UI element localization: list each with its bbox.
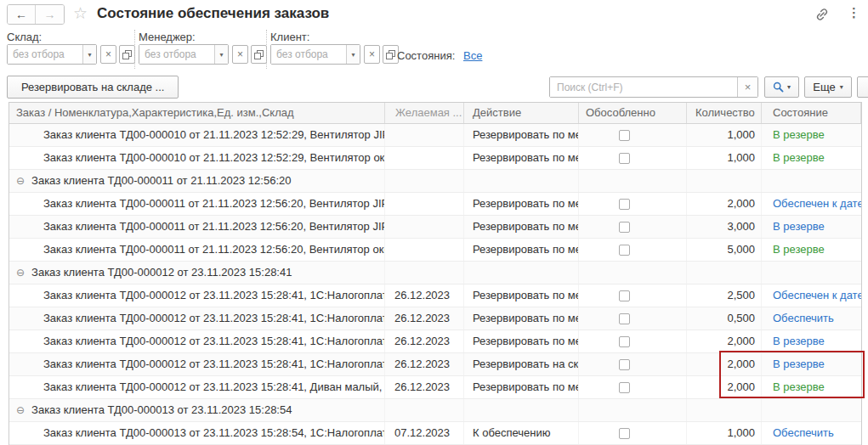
desired-date-cell: 07.12.2023 xyxy=(385,422,464,444)
desired-date-cell xyxy=(385,262,464,284)
status-cell xyxy=(762,170,861,192)
warehouse-field[interactable] xyxy=(8,45,82,64)
column-header-name[interactable]: Заказ / Номенклатура,Характеристика,Ед. … xyxy=(9,103,385,123)
warehouse-choose-button[interactable] xyxy=(119,45,135,64)
desired-date-cell xyxy=(385,124,464,146)
status-cell: В резерве xyxy=(762,124,861,146)
status-cell: В резерве xyxy=(762,216,861,238)
back-button[interactable]: ← xyxy=(8,5,36,24)
desired-date-cell xyxy=(385,170,464,192)
manager-field[interactable] xyxy=(139,45,214,64)
client-clear-button[interactable]: × xyxy=(364,45,380,64)
manager-choose-button[interactable] xyxy=(251,45,267,64)
chevron-down-icon: ▾ xyxy=(787,83,791,91)
desired-date-cell xyxy=(385,239,464,261)
collapse-icon[interactable]: ⊖ xyxy=(16,176,25,186)
table-row[interactable]: ⊖ Заказ клиента ТД00-000012 от 23.11.202… xyxy=(9,330,861,353)
quantity-cell: 2,000 xyxy=(687,330,762,352)
reserve-on-warehouse-button[interactable]: Резервировать на складе ... xyxy=(7,76,179,99)
warehouse-clear-button[interactable]: × xyxy=(100,45,116,64)
collapse-icon[interactable]: ⊖ xyxy=(16,405,25,415)
search-box: × xyxy=(549,76,758,98)
help-button-partial[interactable] xyxy=(857,76,868,98)
column-header-quantity[interactable]: Количество xyxy=(687,103,762,123)
manager-input: ▾ xyxy=(139,44,229,65)
status-cell: В резерве xyxy=(762,330,861,352)
column-header-desired-date[interactable]: Желаемая ... xyxy=(385,103,464,123)
separate-cell xyxy=(579,399,687,421)
table-row[interactable]: ⊖ Заказ клиента ТД00-000013 от 23.11.202… xyxy=(9,399,861,422)
table-row[interactable]: ⊖ Заказ клиента ТД00-000012 от 23.11.202… xyxy=(9,284,861,307)
chevron-down-icon[interactable]: ▾ xyxy=(82,45,96,64)
table-row[interactable]: ⊖ Заказ клиента ТД00-000011 от 21.11.202… xyxy=(9,216,861,239)
separate-checkbox[interactable] xyxy=(619,222,630,233)
search-button[interactable]: ▾ xyxy=(764,76,799,98)
status-cell: В резерве xyxy=(762,376,861,398)
chevron-down-icon[interactable]: ▾ xyxy=(346,45,360,64)
action-cell: Резервировать по мере п... xyxy=(464,216,579,238)
status-cell: Обеспечен к дате xyxy=(762,193,861,215)
get-link-icon[interactable] xyxy=(814,7,830,22)
choose-icon xyxy=(254,50,264,59)
search-input[interactable] xyxy=(550,77,737,97)
column-header-status[interactable]: Состояние xyxy=(762,103,861,123)
separate-cell xyxy=(579,262,687,284)
table-row[interactable]: ⊖ Заказ клиента ТД00-000010 от 21.11.202… xyxy=(9,124,861,147)
desired-date-cell: 26.12.2023 xyxy=(385,284,464,307)
client-input: ▾ xyxy=(270,44,360,65)
collapse-icon[interactable]: ⊖ xyxy=(16,268,25,278)
row-title: Заказ клиента ТД00-000012 от 23.11.2023 … xyxy=(31,262,292,284)
row-title: Заказ клиента ТД00-000012 от 23.11.2023 … xyxy=(43,376,385,398)
more-menu-icon[interactable]: ⋮ xyxy=(848,5,860,20)
status-cell: В резерве xyxy=(762,353,861,375)
client-field[interactable] xyxy=(271,45,346,64)
orders-table: Заказ / Номенклатура,Характеристика,Ед. … xyxy=(9,102,862,445)
separate-checkbox[interactable] xyxy=(619,382,630,393)
separate-checkbox[interactable] xyxy=(619,153,630,164)
warehouse-input: ▾ xyxy=(7,44,97,65)
filter-manager: Менеджер: ▾ × xyxy=(139,28,266,72)
desired-date-cell: 26.12.2023 xyxy=(385,307,464,330)
forward-button[interactable]: → xyxy=(36,5,64,24)
search-clear-button[interactable]: × xyxy=(737,77,757,97)
states-all-link[interactable]: Все xyxy=(463,49,482,62)
table-row[interactable]: ⊖ Заказ клиента ТД00-000012 от 23.11.202… xyxy=(9,307,861,330)
command-bar: Резервировать на складе ... × ▾ Еще ▾ xyxy=(0,73,868,102)
table-row[interactable]: ⊖ Заказ клиента ТД00-000011 от 21.11.202… xyxy=(9,193,861,216)
status-cell: В резерве xyxy=(762,239,861,261)
separate-checkbox[interactable] xyxy=(619,359,630,370)
separate-cell xyxy=(579,124,687,146)
action-cell: Резервировать по мере п... xyxy=(464,376,579,398)
states-label: Состояния: xyxy=(397,49,455,62)
chevron-down-icon: ▾ xyxy=(840,83,843,91)
action-cell: Резервировать по мере п... xyxy=(464,124,579,146)
table-row[interactable]: ⊖ Заказ клиента ТД00-000012 от 23.11.202… xyxy=(9,262,861,284)
separate-checkbox[interactable] xyxy=(619,336,630,347)
table-row[interactable]: ⊖ Заказ клиента ТД00-000012 от 23.11.202… xyxy=(9,353,861,376)
favorite-star-icon[interactable]: ☆ xyxy=(73,3,88,23)
table-header-row: Заказ / Номенклатура,Характеристика,Ед. … xyxy=(9,103,861,124)
separate-checkbox[interactable] xyxy=(619,199,630,210)
desired-date-cell: 26.12.2023 xyxy=(385,376,464,398)
status-cell: Обеспечен к дате xyxy=(762,284,861,307)
manager-clear-button[interactable]: × xyxy=(232,45,248,64)
more-button[interactable]: Еще ▾ xyxy=(804,76,852,98)
separate-checkbox[interactable] xyxy=(619,245,630,256)
column-header-separate[interactable]: Обособленно xyxy=(579,103,687,123)
table-row[interactable]: ⊖ Заказ клиента ТД00-000013 от 23.11.202… xyxy=(9,422,861,445)
table-row[interactable]: ⊖ Заказ клиента ТД00-000010 от 21.11.202… xyxy=(9,147,861,170)
row-title: Заказ клиента ТД00-000013 от 23.11.2023 … xyxy=(43,422,385,444)
column-header-action[interactable]: Действие xyxy=(464,103,579,123)
desired-date-cell xyxy=(385,193,464,215)
table-row[interactable]: ⊖ Заказ клиента ТД00-000011 от 21.11.202… xyxy=(9,239,861,262)
separate-checkbox[interactable] xyxy=(619,290,630,301)
table-row[interactable]: ⊖ Заказ клиента ТД00-000011 от 21.11.202… xyxy=(9,170,861,193)
separate-checkbox[interactable] xyxy=(619,130,630,141)
action-cell xyxy=(464,170,579,192)
table-row[interactable]: ⊖ Заказ клиента ТД00-000012 от 23.11.202… xyxy=(9,376,861,399)
separate-cell xyxy=(579,353,687,375)
desired-date-cell xyxy=(385,399,464,421)
separate-checkbox[interactable] xyxy=(619,313,630,324)
chevron-down-icon[interactable]: ▾ xyxy=(214,45,228,64)
separate-checkbox[interactable] xyxy=(619,428,630,439)
